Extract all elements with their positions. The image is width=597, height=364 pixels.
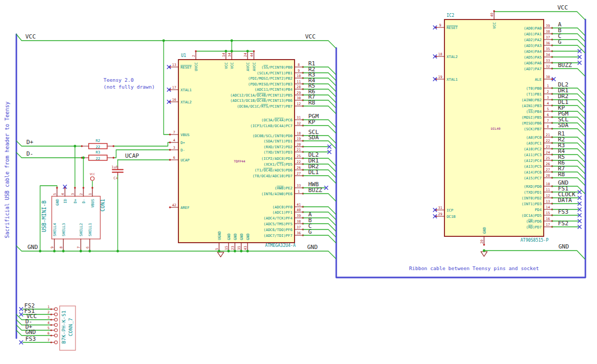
pin-name: (OC1A)PD5 — [522, 214, 542, 218]
pin-number: 25 — [297, 154, 301, 158]
pin-name: RESET — [181, 65, 192, 70]
pin-name: (AD3)PA3 — [524, 44, 542, 48]
net-label: GND — [307, 244, 318, 251]
pin-name: (ICP3/CLK0/OC4A)PC7 — [250, 124, 292, 128]
net-label: VCC — [305, 33, 316, 40]
pin-number: 16 — [546, 217, 550, 221]
pin-number: 4 — [61, 193, 65, 195]
wire — [494, 12, 585, 20]
pin-end-dot — [169, 159, 170, 160]
net-label: SDA — [558, 122, 568, 129]
pin-number: 7 — [48, 338, 50, 342]
net-label: G — [558, 39, 562, 45]
pin-number: 19 — [297, 137, 301, 141]
pin-number: 2 — [192, 55, 196, 57]
pin-number: 30 — [297, 96, 301, 100]
pin-number: 34 — [228, 53, 232, 57]
wire-bus-entry — [552, 111, 585, 119]
wire-bus-entry — [303, 194, 336, 201]
pin-name: VBUS — [181, 133, 189, 137]
pin-name: PD4 — [535, 208, 542, 212]
pin-name: VCC — [224, 62, 229, 69]
wire-bus-entry — [552, 166, 585, 174]
pin-end-dot — [50, 319, 52, 320]
junction-dot — [247, 250, 249, 253]
component-value: 22 — [96, 157, 100, 161]
pin-number: 28 — [546, 174, 550, 178]
pin-name: (OC3A/OC4A)PC6 — [261, 118, 292, 122]
pin-number: 2 — [48, 310, 50, 314]
pin-name: (AD6)PA6 — [524, 61, 542, 65]
wire-bus-entry — [552, 94, 585, 101]
pin-number: 26 — [546, 162, 550, 166]
pin-name: (AD4)PA4 — [524, 50, 542, 54]
pin: 7SHELL2 — [77, 223, 83, 251]
pin-name: (PDI/MOSI/PCINT2)PB2 — [248, 76, 292, 81]
pin-end-dot — [81, 145, 82, 147]
pin-number: 1 — [547, 84, 549, 88]
resistor-r3: R322 — [81, 150, 114, 161]
pin-name: (T1/OC4D/ADC9)PD6 — [254, 168, 292, 173]
pin-number: 12 — [546, 194, 550, 198]
pin-end-dot — [50, 329, 52, 331]
pin-name: (WR)PD6 — [526, 219, 542, 224]
pin: 6SHELL1 — [86, 223, 92, 251]
pin-name: D- — [82, 199, 86, 203]
pin-number: 40 — [297, 208, 301, 212]
pin: 9SHELL4 — [50, 223, 57, 251]
pin-number: 26 — [297, 166, 301, 170]
pin-number: 40 — [490, 13, 494, 17]
pin-number: 32 — [297, 121, 301, 126]
pin-number: 21 — [546, 133, 550, 137]
pin-end-dot — [56, 187, 58, 188]
pin-number: 35 — [546, 47, 550, 51]
pin-number: 4 — [173, 138, 175, 142]
pin-circle — [54, 313, 58, 316]
junction-dot — [218, 250, 221, 253]
pin-end-dot — [112, 145, 114, 147]
component-value: USB-MINI-B — [41, 200, 47, 232]
wire — [16, 34, 336, 48]
pin-name: (XCK1/CTS)PD5 — [263, 162, 292, 167]
net-label: SDA — [308, 134, 319, 141]
wire-bus-entry — [303, 106, 336, 113]
junction-dot — [39, 250, 42, 253]
component-reference: C4 — [113, 176, 118, 180]
pin-circle — [54, 334, 58, 337]
component-footprint: TQFP44 — [234, 159, 245, 163]
pin-number: 3 — [71, 193, 75, 195]
pin-number: 34 — [546, 53, 550, 57]
vcc-power-label: VCC — [90, 173, 95, 176]
pin: 8SHELL3 — [59, 223, 66, 251]
note-text: Teensy 2.0 — [103, 77, 134, 83]
pin-name: (ICP2/ADC8)PD4 — [261, 157, 292, 161]
pin-number: 6 — [173, 156, 175, 160]
pin-number: 8 — [547, 124, 549, 129]
junction-dot — [80, 250, 82, 253]
pin-number: 2 — [79, 193, 83, 195]
pin-name: GND — [246, 233, 250, 240]
pin-number: 8 — [59, 246, 63, 248]
pin-number: 21 — [297, 148, 301, 152]
pin-number: 31 — [438, 206, 442, 210]
pin-name: (RXD/INT2)PD2 — [263, 145, 292, 149]
wire — [113, 150, 170, 158]
pin-number: 13 — [172, 63, 176, 67]
pin-name: GND — [55, 199, 60, 206]
note-text: Ribbon cable between Teensy pins and soc… — [409, 265, 539, 271]
pin-number: 15 — [546, 211, 550, 215]
pin-name: D- — [181, 148, 185, 152]
pin-name: (AD5)PA5 — [524, 55, 542, 60]
junction-dot — [89, 250, 91, 253]
net-label: UCAP — [125, 152, 139, 159]
pin-number: 38 — [297, 219, 301, 224]
wire-bus-entry — [552, 160, 585, 168]
pin: 6 — [48, 331, 58, 337]
wire-bus-entry — [552, 172, 585, 179]
net-label: VCC — [557, 4, 568, 11]
junction-dot — [228, 250, 230, 253]
pin-end-dot — [50, 308, 52, 310]
pin-name: (AD1)PA1 — [524, 32, 542, 36]
pin-number: 3 — [547, 95, 549, 100]
pin-number: 22 — [297, 160, 301, 164]
